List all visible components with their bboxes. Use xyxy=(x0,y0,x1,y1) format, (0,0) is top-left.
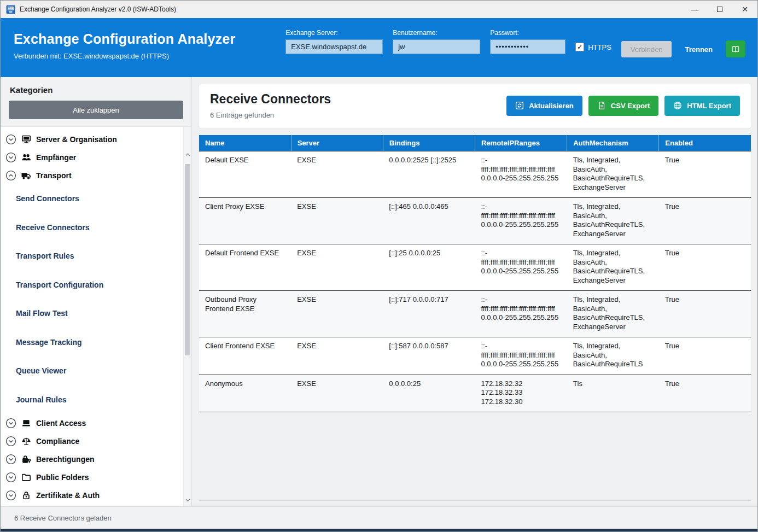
table-row-client-frontend-exse[interactable]: Client Frontend EXSEEXSE[::]:587 0.0.0.0… xyxy=(199,337,751,375)
cell: ::-ffff:ffff:ffff:ffff:ffff:ffff:ffff:ff… xyxy=(475,198,567,244)
chevron-down-circle-icon[interactable] xyxy=(5,490,16,501)
cell-line: BasicAuthRequireTLS, xyxy=(573,220,653,230)
category-items: Server & OrganisationEmpfängerTransportS… xyxy=(1,130,191,504)
help-button[interactable] xyxy=(726,40,745,57)
sidebar-subitem-transport-rules[interactable]: Transport Rules xyxy=(1,242,191,271)
sidebar-item-label: Empfänger xyxy=(36,153,76,162)
cell: True xyxy=(659,337,751,375)
sidebar-scrollbar[interactable] xyxy=(183,127,191,506)
disconnect-button[interactable]: Trennen xyxy=(681,41,716,57)
csv-export-button[interactable]: CSV Export xyxy=(588,96,659,116)
window-controls: — ✕ xyxy=(682,1,757,18)
scrollbar-thumb[interactable] xyxy=(185,164,190,355)
column-header-name[interactable]: Name xyxy=(199,135,291,151)
sidebar-subitem-journal-rules[interactable]: Journal Rules xyxy=(1,385,191,414)
sidebar-item-label: Berechtigungen xyxy=(36,455,95,464)
cell-line: 172.18.32.30 xyxy=(481,397,561,407)
sidebar-subitem-message-tracking[interactable]: Message Tracking xyxy=(1,328,191,357)
html-export-button-label: HTML Export xyxy=(687,102,731,110)
chevron-down-circle-icon[interactable] xyxy=(5,418,16,429)
column-header-authmechanism[interactable]: AuthMechanism xyxy=(567,135,659,151)
cell-line: ExchangeServer xyxy=(573,183,653,192)
cell: [::]:465 0.0.0.0:465 xyxy=(383,198,475,244)
server-input[interactable] xyxy=(285,39,383,54)
sidebar-subitem-queue-viewer[interactable]: Queue Viewer xyxy=(1,356,191,385)
column-header-enabled[interactable]: Enabled xyxy=(659,135,751,151)
sidebar-subitem-transport-configuration[interactable]: Transport Configuration xyxy=(1,271,191,300)
cell-line: BasicAuthRequireTLS, xyxy=(573,267,653,276)
cell-line: 0.0.0.0-255.255.255.255 xyxy=(481,174,561,183)
people-icon xyxy=(21,153,31,162)
cell-line: Tls, Integrated, BasicAuth, xyxy=(573,342,653,360)
scroll-down-arrow-icon[interactable] xyxy=(184,495,191,505)
table-row-outbound-proxy-frontend-exse[interactable]: Outbound Proxy Frontend EXSEEXSE[::]:717… xyxy=(199,291,751,337)
column-header-remoteipranges[interactable]: RemoteIPRanges xyxy=(475,135,567,151)
table-row-client-proxy-exse[interactable]: Client Proxy EXSEEXSE[::]:465 0.0.0.0:46… xyxy=(199,198,751,244)
username-input[interactable] xyxy=(393,39,480,54)
sidebar-item-transport[interactable]: Transport xyxy=(1,166,191,184)
titlebar: Exchange Configuration Analyzer v2.0 (IS… xyxy=(1,1,757,18)
scales-icon xyxy=(21,436,31,446)
username-field-group: Benutzername: xyxy=(393,29,480,54)
username-field-label: Benutzername: xyxy=(393,29,480,37)
collapse-all-button[interactable]: Alle zuklappen xyxy=(9,101,183,119)
cell-line: ::- xyxy=(481,295,561,305)
sidebar-item-empfänger[interactable]: Empfänger xyxy=(1,148,191,166)
password-input[interactable] xyxy=(490,39,565,54)
sidebar-subitem-label: Mail Flow Test xyxy=(16,309,68,318)
sidebar-subitem-send-connectors[interactable]: Send Connectors xyxy=(1,184,191,213)
chevron-down-circle-icon[interactable] xyxy=(5,134,16,145)
cell: Client Proxy EXSE xyxy=(199,198,291,244)
chevron-down-circle-icon[interactable] xyxy=(5,152,16,163)
sidebar-item-label: Server & Organisation xyxy=(36,135,117,144)
monitor-icon xyxy=(21,135,31,144)
sidebar-heading: Kategorien xyxy=(10,85,191,95)
cell: EXSE xyxy=(291,337,383,375)
refresh-button[interactable]: Aktualisieren xyxy=(506,96,582,116)
sidebar-item-label: Compliance xyxy=(36,437,79,446)
cell-line: BasicAuthRequireTLS, xyxy=(573,313,653,323)
cell: True xyxy=(659,375,751,412)
cell: True xyxy=(659,151,751,198)
sidebar-item-berechtigungen[interactable]: Berechtigungen xyxy=(1,450,191,468)
sidebar-item-server-organisation[interactable]: Server & Organisation xyxy=(1,130,191,148)
truck-icon xyxy=(21,171,31,180)
statusbar: 6 Receive Connectors geladen xyxy=(1,506,757,529)
table-row-anonymous[interactable]: AnonymousEXSE0.0.0.0:25172.18.32.32 172.… xyxy=(199,375,751,412)
close-button[interactable]: ✕ xyxy=(732,1,757,18)
column-header-server[interactable]: Server xyxy=(291,135,383,151)
https-checkbox[interactable]: ✓ xyxy=(575,43,584,51)
sidebar-item-compliance[interactable]: Compliance xyxy=(1,432,191,450)
body: Kategorien Alle zuklappen Server & Organ… xyxy=(1,77,757,506)
cell-line: ::- xyxy=(481,249,561,258)
table-row-default-exse[interactable]: Default EXSEEXSE0.0.0.0:2525 [::]:2525::… xyxy=(199,151,751,198)
sidebar-item-zertifikate-auth[interactable]: Zertifikate & Auth xyxy=(1,486,191,504)
page-header-card: Receive Connectors 6 Einträge gefunden A… xyxy=(199,84,751,128)
sidebar-subitem-receive-connectors[interactable]: Receive Connectors xyxy=(1,213,191,242)
maximize-button[interactable] xyxy=(707,1,732,18)
chevron-down-circle-icon[interactable] xyxy=(5,454,16,465)
cell-line: ExchangeServer xyxy=(573,276,653,285)
cell: Outbound Proxy Frontend EXSE xyxy=(199,291,291,337)
scroll-up-arrow-icon[interactable] xyxy=(184,150,191,160)
chevron-down-circle-icon[interactable] xyxy=(5,436,16,447)
refresh-icon xyxy=(515,101,524,110)
open-book-icon xyxy=(731,45,740,54)
chevron-up-circle-icon[interactable] xyxy=(5,170,16,181)
laptop-icon xyxy=(21,418,31,428)
sidebar-item-public-folders[interactable]: Public Folders xyxy=(1,468,191,486)
column-header-bindings[interactable]: Bindings xyxy=(383,135,475,151)
sidebar-subitem-mail-flow-test[interactable]: Mail Flow Test xyxy=(1,299,191,328)
sidebar-item-client-access[interactable]: Client Access xyxy=(1,414,191,432)
chevron-down-circle-icon[interactable] xyxy=(5,472,16,483)
cell-line: ffff:ffff:ffff:ffff:ffff:ffff:ffff:ffff xyxy=(481,212,561,221)
minimize-button[interactable]: — xyxy=(682,1,707,18)
cell: Anonymous xyxy=(199,375,291,412)
connect-button[interactable]: Verbinden xyxy=(621,41,672,57)
sidebar-subitem-label: Message Tracking xyxy=(16,338,82,347)
table-row-default-frontend-exse[interactable]: Default Frontend EXSEEXSE[::]:25 0.0.0.0… xyxy=(199,244,751,291)
csv-export-button-label: CSV Export xyxy=(611,102,650,110)
html-export-button[interactable]: HTML Export xyxy=(664,96,740,116)
cell: Client Frontend EXSE xyxy=(199,337,291,375)
cell: ::-ffff:ffff:ffff:ffff:ffff:ffff:ffff:ff… xyxy=(475,151,567,198)
